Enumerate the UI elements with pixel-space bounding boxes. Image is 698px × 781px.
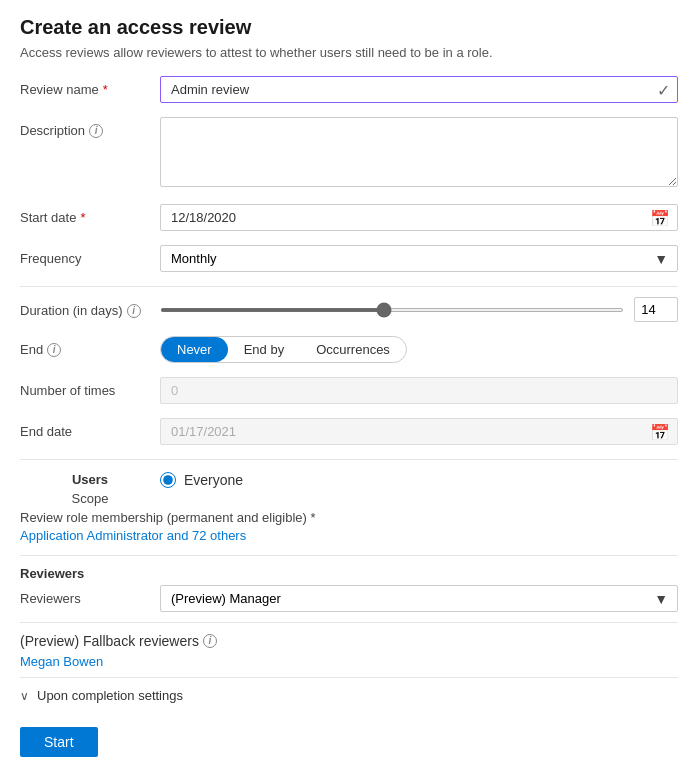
end-label: End i bbox=[20, 336, 160, 357]
end-by-button[interactable]: End by bbox=[228, 337, 300, 362]
description-info-icon[interactable]: i bbox=[89, 124, 103, 138]
fallback-label: (Preview) Fallback reviewers bbox=[20, 633, 199, 649]
users-scope-label-group: Users Scope bbox=[20, 470, 160, 506]
description-textarea[interactable] bbox=[160, 117, 678, 187]
start-button[interactable]: Start bbox=[20, 727, 98, 757]
frequency-label: Frequency bbox=[20, 245, 160, 266]
frequency-select[interactable]: Monthly Daily Weekly Quarterly Semi-annu… bbox=[160, 245, 678, 272]
end-date-label: End date bbox=[20, 418, 160, 439]
end-occurrences-button[interactable]: Occurrences bbox=[300, 337, 406, 362]
duration-info-icon[interactable]: i bbox=[127, 304, 141, 318]
scope-everyone-radio[interactable] bbox=[160, 472, 176, 488]
scope-label: Scope bbox=[72, 491, 109, 506]
end-date-input[interactable] bbox=[160, 418, 678, 445]
description-label: Description i bbox=[20, 117, 160, 138]
completion-row[interactable]: ∨ Upon completion settings bbox=[20, 677, 678, 713]
start-date-input[interactable] bbox=[160, 204, 678, 231]
duration-slider[interactable] bbox=[160, 308, 624, 312]
end-toggle-group: Never End by Occurrences bbox=[160, 336, 407, 363]
number-of-times-label: Number of times bbox=[20, 377, 160, 398]
reviewers-label: Reviewers bbox=[20, 585, 160, 606]
review-name-label: Review name * bbox=[20, 76, 160, 97]
completion-label: Upon completion settings bbox=[37, 688, 183, 703]
duration-number-input[interactable] bbox=[634, 297, 678, 322]
users-scope-radio-group: Everyone bbox=[160, 472, 678, 488]
duration-label: Duration (in days) i bbox=[20, 297, 160, 318]
end-never-button[interactable]: Never bbox=[161, 337, 228, 362]
number-of-times-input[interactable] bbox=[160, 377, 678, 404]
review-role-link[interactable]: Application Administrator and 72 others bbox=[20, 528, 246, 543]
review-name-input[interactable] bbox=[160, 76, 678, 103]
page-subtitle: Access reviews allow reviewers to attest… bbox=[20, 45, 678, 60]
page-title: Create an access review bbox=[20, 16, 678, 39]
end-info-icon[interactable]: i bbox=[47, 343, 61, 357]
fallback-link[interactable]: Megan Bowen bbox=[20, 654, 103, 669]
start-date-label: Start date * bbox=[20, 204, 160, 225]
scope-everyone-label: Everyone bbox=[184, 472, 243, 488]
reviewers-select[interactable]: (Preview) Manager Selected users Members… bbox=[160, 585, 678, 612]
review-role-label: Review role membership (permanent and el… bbox=[20, 510, 307, 525]
users-section-header: Users bbox=[72, 472, 108, 487]
fallback-info-icon[interactable]: i bbox=[203, 634, 217, 648]
reviewers-section-header: Reviewers bbox=[20, 566, 678, 581]
completion-chevron-icon: ∨ bbox=[20, 689, 29, 703]
